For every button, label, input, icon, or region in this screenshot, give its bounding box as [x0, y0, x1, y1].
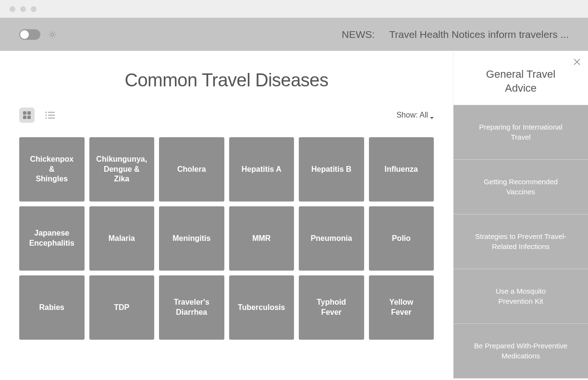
view-controls: [19, 107, 58, 123]
disease-card[interactable]: Hepatitis A: [229, 137, 294, 202]
close-button[interactable]: [573, 58, 581, 66]
advice-list: Preparing for International Travel Getti…: [453, 105, 588, 380]
disease-card[interactable]: MMR: [229, 206, 294, 271]
window-chrome: [0, 0, 588, 18]
grid-icon: [23, 111, 31, 119]
content-area: Common Travel Diseases: [0, 51, 453, 380]
window-dot-close[interactable]: [10, 6, 15, 12]
disease-card[interactable]: Influenza: [369, 137, 434, 202]
disease-card[interactable]: Typhoid Fever: [299, 275, 364, 340]
grid-view-button[interactable]: [19, 107, 35, 123]
disease-card[interactable]: Malaria: [89, 206, 155, 271]
advice-item[interactable]: Strategies to Prevent Travel- Related In…: [453, 214, 588, 269]
news-label: NEWS:: [342, 29, 375, 40]
svg-rect-14: [48, 112, 55, 113]
disease-card[interactable]: Polio: [369, 206, 434, 271]
disease-label: Malaria: [109, 234, 135, 244]
theme-toggle[interactable]: [19, 29, 40, 40]
advice-label: Preparing for International Travel: [479, 122, 562, 142]
disease-card[interactable]: Yellow Fever: [369, 275, 434, 340]
sidebar-header: General Travel Advice: [453, 51, 588, 105]
svg-line-4: [54, 36, 55, 37]
sidebar: General Travel Advice Preparing for Inte…: [453, 51, 588, 380]
disease-label: Japanese Encephalitis: [29, 228, 74, 249]
svg-rect-12: [27, 116, 31, 119]
disease-card[interactable]: Chickenpox & Shingles: [19, 137, 85, 202]
svg-rect-11: [23, 116, 26, 119]
svg-point-15: [46, 115, 47, 116]
advice-item[interactable]: Getting Recommended Vaccines: [453, 160, 588, 214]
svg-rect-16: [48, 115, 55, 116]
disease-label: Hepatitis A: [242, 165, 282, 175]
disease-card[interactable]: Hepatitis B: [299, 137, 364, 202]
svg-point-13: [46, 112, 47, 113]
disease-card[interactable]: Traveler's Diarrhea: [159, 275, 224, 340]
disease-card[interactable]: Pneumonia: [299, 206, 364, 271]
disease-label: Yellow Fever: [389, 297, 413, 318]
advice-label: Getting Recommended Vaccines: [484, 177, 558, 197]
disease-label: Meningitis: [172, 234, 210, 244]
disease-label: Hepatitis B: [311, 165, 352, 175]
close-icon: [573, 58, 581, 66]
disease-card[interactable]: Cholera: [159, 137, 224, 202]
advice-label: Use a Mosquito Prevention Kit: [496, 286, 546, 306]
disease-card[interactable]: Chikungunya, Dengue & Zika: [89, 137, 155, 202]
disease-card[interactable]: TDP: [89, 275, 155, 340]
svg-line-3: [50, 32, 50, 32]
top-bar: NEWS: Travel Health Notices inform trave…: [0, 18, 588, 51]
svg-rect-9: [23, 111, 26, 115]
advice-label: Be Prepared With-Preventive Medications: [474, 341, 567, 361]
toggle-knob: [20, 30, 29, 39]
svg-rect-10: [27, 111, 31, 115]
disease-label: Influenza: [385, 165, 418, 175]
list-icon: [45, 111, 55, 119]
window-dot-maximize[interactable]: [31, 6, 37, 12]
news-ticker: NEWS: Travel Health Notices inform trave…: [342, 29, 569, 40]
disease-label: Pneumonia: [311, 234, 352, 244]
main-container: Common Travel Diseases: [0, 51, 588, 380]
svg-line-8: [54, 32, 55, 32]
disease-card[interactable]: Meningitis: [159, 206, 224, 271]
disease-label: MMR: [252, 234, 270, 244]
advice-item[interactable]: Use a Mosquito Prevention Kit: [453, 269, 588, 324]
list-view-button[interactable]: [42, 107, 58, 123]
top-bar-left: [19, 29, 57, 40]
disease-label: Chikungunya, Dengue & Zika: [96, 154, 147, 184]
disease-label: Tuberculosis: [238, 303, 285, 313]
disease-label: Polio: [392, 234, 411, 244]
disease-label: TDP: [114, 303, 129, 313]
window-dot-minimize[interactable]: [20, 6, 26, 12]
disease-card[interactable]: Japanese Encephalitis: [19, 206, 85, 271]
advice-label: Strategies to Prevent Travel- Related In…: [475, 232, 566, 251]
disease-card[interactable]: Tuberculosis: [229, 275, 294, 340]
disease-grid: Chickenpox & Shingles Chikungunya, Dengu…: [19, 137, 434, 340]
sidebar-title: General Travel Advice: [463, 68, 578, 95]
news-text[interactable]: Travel Health Notices inform travelers .…: [389, 29, 569, 40]
toolbar: Show: All: [19, 107, 434, 123]
svg-point-17: [46, 118, 47, 119]
advice-item[interactable]: Be Prepared With-Preventive Medications: [453, 324, 588, 379]
sun-icon: [48, 30, 57, 39]
disease-label: Chickenpox & Shingles: [30, 154, 74, 184]
advice-item[interactable]: Preparing for International Travel: [453, 105, 588, 160]
svg-line-7: [50, 36, 50, 37]
disease-label: Rabies: [39, 303, 64, 313]
disease-label: Traveler's Diarrhea: [174, 297, 209, 318]
disease-card[interactable]: Rabies: [19, 275, 85, 340]
disease-label: Typhoid Fever: [317, 297, 346, 318]
svg-point-0: [51, 33, 54, 36]
disease-label: Cholera: [177, 165, 206, 175]
filter-dropdown[interactable]: Show: All: [396, 111, 434, 119]
svg-rect-18: [48, 118, 55, 119]
page-title: Common Travel Diseases: [19, 70, 434, 91]
chevron-down-icon: [430, 113, 434, 117]
filter-label: Show: All: [396, 111, 428, 119]
